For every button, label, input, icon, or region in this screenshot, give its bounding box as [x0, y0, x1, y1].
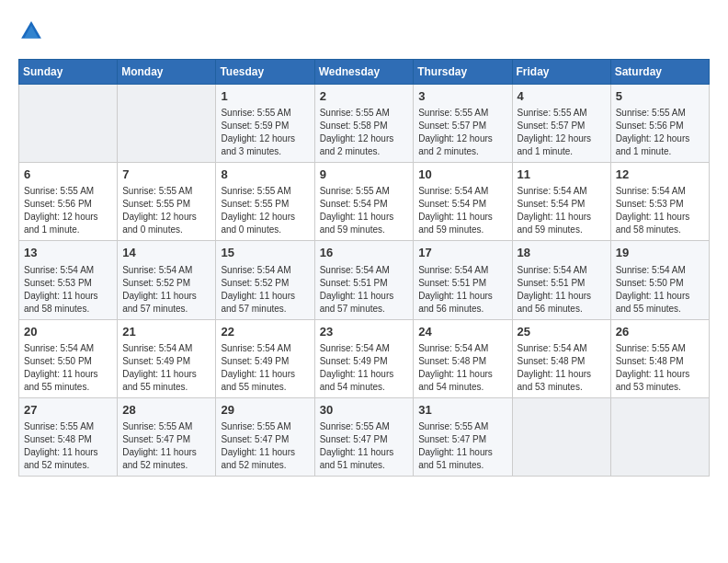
logo-icon: [18, 18, 44, 44]
header-day: Tuesday: [216, 60, 314, 85]
calendar-table: SundayMondayTuesdayWednesdayThursdayFrid…: [18, 59, 710, 477]
header-day: Sunday: [19, 60, 118, 85]
calendar-cell: 13Sunrise: 5:54 AM Sunset: 5:53 PM Dayli…: [19, 241, 118, 319]
day-number: 21: [122, 324, 210, 340]
header-day: Wednesday: [314, 60, 414, 85]
day-number: 15: [221, 245, 309, 261]
calendar-cell: [512, 397, 610, 476]
day-number: 20: [24, 324, 112, 340]
day-number: 22: [221, 324, 309, 340]
calendar-cell: 17Sunrise: 5:54 AM Sunset: 5:51 PM Dayli…: [414, 241, 512, 319]
calendar-week-row: 6Sunrise: 5:55 AM Sunset: 5:56 PM Daylig…: [19, 163, 710, 241]
header-day: Friday: [512, 60, 610, 85]
calendar-cell: 9Sunrise: 5:55 AM Sunset: 5:54 PM Daylig…: [314, 163, 414, 241]
calendar-cell: 14Sunrise: 5:54 AM Sunset: 5:52 PM Dayli…: [118, 241, 216, 319]
day-number: 11: [518, 167, 606, 183]
calendar-cell: 30Sunrise: 5:55 AM Sunset: 5:47 PM Dayli…: [314, 397, 414, 476]
day-number: 8: [221, 167, 309, 183]
calendar-cell: 1Sunrise: 5:55 AM Sunset: 5:59 PM Daylig…: [216, 85, 314, 163]
header-day: Saturday: [610, 60, 709, 85]
calendar-body: 1Sunrise: 5:55 AM Sunset: 5:59 PM Daylig…: [19, 85, 710, 477]
calendar-week-row: 27Sunrise: 5:55 AM Sunset: 5:48 PM Dayli…: [19, 397, 710, 476]
calendar-cell: 21Sunrise: 5:54 AM Sunset: 5:49 PM Dayli…: [118, 319, 216, 397]
day-number: 19: [616, 245, 704, 261]
calendar-cell: 6Sunrise: 5:55 AM Sunset: 5:56 PM Daylig…: [19, 163, 118, 241]
day-number: 12: [616, 167, 704, 183]
calendar-cell: 4Sunrise: 5:55 AM Sunset: 5:57 PM Daylig…: [512, 85, 610, 163]
day-number: 18: [518, 245, 606, 261]
calendar-header: SundayMondayTuesdayWednesdayThursdayFrid…: [19, 60, 710, 85]
calendar-week-row: 1Sunrise: 5:55 AM Sunset: 5:59 PM Daylig…: [19, 85, 710, 163]
calendar-cell: [610, 397, 709, 476]
header-day: Thursday: [414, 60, 512, 85]
day-number: 31: [418, 402, 506, 419]
day-number: 17: [418, 245, 506, 261]
calendar-week-row: 20Sunrise: 5:54 AM Sunset: 5:50 PM Dayli…: [19, 319, 710, 397]
day-number: 1: [221, 88, 309, 105]
day-number: 23: [320, 324, 409, 340]
calendar-cell: 31Sunrise: 5:55 AM Sunset: 5:47 PM Dayli…: [414, 397, 512, 476]
calendar-week-row: 13Sunrise: 5:54 AM Sunset: 5:53 PM Dayli…: [19, 241, 710, 319]
day-number: 28: [122, 402, 210, 419]
header-row: SundayMondayTuesdayWednesdayThursdayFrid…: [19, 60, 710, 85]
day-number: 10: [418, 167, 506, 183]
day-number: 27: [24, 402, 112, 419]
day-number: 24: [418, 324, 506, 340]
calendar-cell: [19, 85, 118, 163]
calendar-cell: 18Sunrise: 5:54 AM Sunset: 5:51 PM Dayli…: [512, 241, 610, 319]
calendar-cell: 10Sunrise: 5:54 AM Sunset: 5:54 PM Dayli…: [414, 163, 512, 241]
calendar-cell: 8Sunrise: 5:55 AM Sunset: 5:55 PM Daylig…: [216, 163, 314, 241]
day-number: 29: [221, 402, 309, 419]
day-number: 5: [616, 88, 704, 105]
calendar-cell: 5Sunrise: 5:55 AM Sunset: 5:56 PM Daylig…: [610, 85, 709, 163]
calendar-cell: 29Sunrise: 5:55 AM Sunset: 5:47 PM Dayli…: [216, 397, 314, 476]
day-number: 13: [24, 245, 112, 261]
calendar-cell: 12Sunrise: 5:54 AM Sunset: 5:53 PM Dayli…: [610, 163, 709, 241]
calendar-cell: 24Sunrise: 5:54 AM Sunset: 5:48 PM Dayli…: [414, 319, 512, 397]
calendar-cell: 16Sunrise: 5:54 AM Sunset: 5:51 PM Dayli…: [314, 241, 414, 319]
calendar-cell: 19Sunrise: 5:54 AM Sunset: 5:50 PM Dayli…: [610, 241, 709, 319]
calendar-cell: 28Sunrise: 5:55 AM Sunset: 5:47 PM Dayli…: [118, 397, 216, 476]
calendar-cell: 3Sunrise: 5:55 AM Sunset: 5:57 PM Daylig…: [414, 85, 512, 163]
calendar-cell: 27Sunrise: 5:55 AM Sunset: 5:48 PM Dayli…: [19, 397, 118, 476]
header-day: Monday: [118, 60, 216, 85]
calendar-cell: [118, 85, 216, 163]
day-number: 2: [320, 88, 409, 105]
calendar-cell: 25Sunrise: 5:54 AM Sunset: 5:48 PM Dayli…: [512, 319, 610, 397]
day-number: 7: [122, 167, 210, 183]
calendar-cell: 23Sunrise: 5:54 AM Sunset: 5:49 PM Dayli…: [314, 319, 414, 397]
calendar-cell: 11Sunrise: 5:54 AM Sunset: 5:54 PM Dayli…: [512, 163, 610, 241]
logo: [18, 18, 50, 44]
day-number: 25: [518, 324, 606, 340]
day-number: 14: [122, 245, 210, 261]
calendar-cell: 2Sunrise: 5:55 AM Sunset: 5:58 PM Daylig…: [314, 85, 414, 163]
day-number: 16: [320, 245, 409, 261]
day-number: 26: [616, 324, 704, 340]
day-number: 3: [418, 88, 506, 105]
calendar-cell: 20Sunrise: 5:54 AM Sunset: 5:50 PM Dayli…: [19, 319, 118, 397]
calendar-cell: 22Sunrise: 5:54 AM Sunset: 5:49 PM Dayli…: [216, 319, 314, 397]
day-number: 9: [320, 167, 409, 183]
day-number: 6: [24, 167, 112, 183]
calendar-cell: 15Sunrise: 5:54 AM Sunset: 5:52 PM Dayli…: [216, 241, 314, 319]
calendar-cell: 7Sunrise: 5:55 AM Sunset: 5:55 PM Daylig…: [118, 163, 216, 241]
day-number: 30: [320, 402, 409, 419]
day-number: 4: [518, 88, 606, 105]
page-header: [18, 18, 710, 44]
calendar-cell: 26Sunrise: 5:55 AM Sunset: 5:48 PM Dayli…: [610, 319, 709, 397]
